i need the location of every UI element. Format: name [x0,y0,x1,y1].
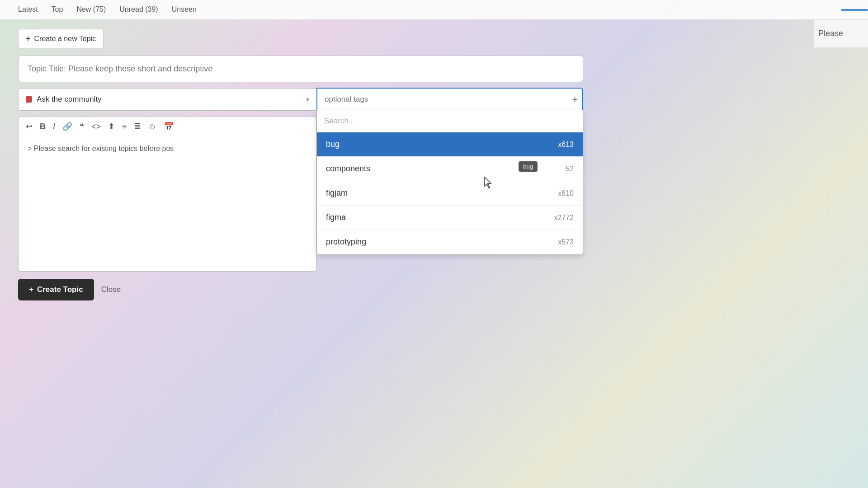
editor-content: > Please search for existing topics befo… [28,143,307,154]
close-button[interactable]: Close [101,285,121,294]
category-dot [26,96,32,103]
tag-item-figma[interactable]: figma x2772 [317,206,583,230]
tag-count-components: bug 52 [566,165,574,173]
tag-item-bug[interactable]: bug x613 [317,132,583,157]
toolbar-bullets-icon[interactable]: ≡ [122,122,127,131]
toolbar-italic-icon[interactable]: I [53,122,55,131]
tag-label-figjam: figjam [326,188,348,198]
toolbar-code-icon[interactable]: <> [91,122,101,131]
toolbar-emoji-icon[interactable]: ☺ [148,122,156,131]
tab-top[interactable]: Top [52,1,63,19]
bottom-buttons: + Create Topic Close [18,279,850,300]
editor-area[interactable]: > Please search for existing topics befo… [18,136,316,272]
tag-label-components: components [326,164,370,174]
toolbar-link-icon[interactable]: 🔗 [62,122,72,131]
top-navigation: Latest Top New (75) Unread (39) Unseen [0,0,868,20]
tag-item-components[interactable]: components bug 52 [317,157,583,181]
tags-input[interactable] [316,88,583,111]
tag-count-prototyping: x573 [558,238,574,246]
tag-item-figjam[interactable]: figjam x810 [317,181,583,206]
tag-count-figma: x2772 [554,214,574,222]
tags-dropdown: bug x613 components bug 52 figjam [316,110,583,255]
tag-label-prototyping: prototyping [326,237,366,247]
tag-count-bug: x613 [558,141,574,149]
right-sidebar: Please [814,20,868,47]
tag-item-prototyping[interactable]: prototyping x573 [317,230,583,254]
tab-unread[interactable]: Unread (39) [119,1,158,19]
tag-label-figma: figma [326,213,346,222]
create-topic-submit-button[interactable]: + Create Topic [18,279,94,300]
plus-icon: + [26,34,31,43]
create-new-topic-button[interactable]: + Create a new Topic [18,29,104,48]
content-area: + Create a new Topic Ask the community ▾… [0,20,868,310]
category-tags-row: Ask the community ▾ + bug x613 [18,88,583,111]
components-count-value: 52 [566,165,574,173]
toolbar-calendar-icon[interactable]: 📅 [164,122,174,131]
tab-unseen[interactable]: Unseen [172,1,197,19]
create-topic-submit-label: Create Topic [37,285,83,294]
top-scrollbar-indicator [841,9,868,11]
toolbar-bold-icon[interactable]: B [40,122,46,131]
tag-count-figjam: x810 [558,189,574,197]
topic-title-input[interactable] [18,56,583,82]
create-new-topic-label: Create a new Topic [34,35,96,43]
tab-new[interactable]: New (75) [76,1,106,19]
toolbar-blockquote-icon[interactable]: ❝ [80,122,84,131]
category-select[interactable]: Ask the community ▾ [18,88,316,111]
toolbar-upload-icon[interactable]: ⬆ [108,122,115,131]
toolbar-undo-icon[interactable]: ↩ [26,122,33,131]
create-new-topic-row: + Create a new Topic [18,29,850,48]
tag-label-bug: bug [326,140,340,149]
tab-latest[interactable]: Latest [18,1,38,19]
chevron-down-icon: ▾ [306,96,309,103]
tags-plus-icon[interactable]: + [572,94,578,105]
right-sidebar-please-text: Please [818,29,843,38]
editor-toolbar: ↩ B I 🔗 ❝ <> ⬆ ≡ ≣ ☺ 📅 [18,117,316,136]
category-label: Ask the community [37,95,302,104]
bug-tooltip: bug [519,161,538,172]
toolbar-numbered-icon[interactable]: ≣ [134,122,141,131]
tags-input-wrapper: + bug x613 components bug 52 [316,88,583,111]
tags-search-input[interactable] [317,110,583,132]
create-topic-plus-icon: + [29,285,33,294]
